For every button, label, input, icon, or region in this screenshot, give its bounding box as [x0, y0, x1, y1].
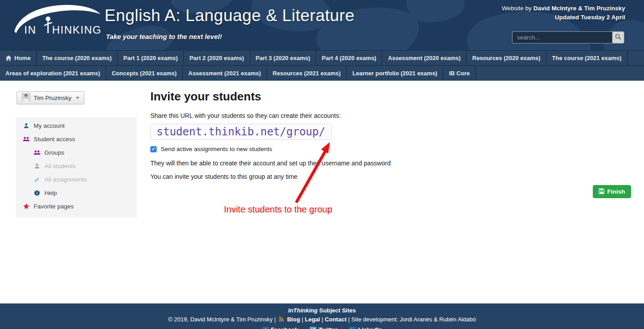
note-invite-anytime: You can invite your students to this gro… [150, 173, 298, 180]
search-bar [512, 31, 624, 43]
blog-link[interactable]: Blog [287, 316, 300, 323]
svg-text:HINKING: HINKING [52, 24, 102, 36]
nav-item-course-2021[interactable]: The course (2021 exams) [547, 51, 628, 65]
user-icon [34, 163, 40, 169]
nav-label: Resources (2021 exams) [272, 70, 341, 77]
save-icon [599, 188, 605, 195]
sidebar-item-my-account[interactable]: My account [16, 119, 137, 132]
nav-item-concepts-2021[interactable]: Concepts (2021 exams) [106, 66, 183, 81]
nav-item-assessment-2020[interactable]: Assessment (2020 exams) [382, 51, 467, 65]
home-icon [5, 55, 12, 61]
separator: | [322, 316, 323, 323]
sidebar-item-favorite-pages[interactable]: Favorite pages [16, 199, 137, 213]
twitter-label: Twitter [319, 325, 337, 329]
nav-item-ib-core[interactable]: IB Core [443, 66, 476, 81]
sidebar-item-all-students[interactable]: All students [16, 159, 137, 173]
footer-brand: InThinking [288, 307, 318, 314]
nav-item-course-2020[interactable]: The course (2020 exams) [37, 51, 118, 65]
linkedin-link[interactable]: in LinkedIn [349, 325, 382, 329]
nav-item-resources-2020[interactable]: Resources (2020 exams) [467, 51, 547, 65]
nav-label: The course (2020 exams) [42, 55, 112, 61]
legal-link[interactable]: Legal [305, 316, 320, 323]
svg-text:IN: IN [24, 24, 36, 36]
nav-item-part4-2020[interactable]: Part 4 (2020 exams) [316, 51, 382, 65]
sidebar-item-student-access[interactable]: Student access [16, 132, 137, 146]
sidebar-item-label: All students [44, 163, 76, 169]
pencil-icon [34, 177, 40, 182]
site-credits: Website by David McIntyre & Tim Pruzinsk… [502, 4, 625, 22]
send-assignments-checkbox[interactable] [150, 146, 157, 152]
finish-label: Finish [607, 188, 625, 195]
nav-item-home[interactable]: Home [0, 51, 37, 65]
linkedin-label: LinkedIn [358, 325, 382, 329]
nav-label: Part 3 (2020 exams) [256, 55, 310, 61]
nav-item-assessment-2021[interactable]: Assessment (2021 exams) [183, 66, 267, 81]
inthinking-logo[interactable]: IN HINKING [13, 4, 102, 39]
footer-brand-line: InThinking Subject Sites [0, 306, 644, 315]
main-nav: Home The course (2020 exams) Part 1 (202… [0, 50, 644, 81]
nav-label: Concepts (2021 exams) [112, 70, 177, 77]
nav-label: IB Core [449, 70, 469, 77]
nav-label: Assessment (2020 exams) [388, 55, 460, 61]
nav-label: Home [14, 55, 31, 61]
search-input[interactable] [512, 31, 612, 43]
nav-item-part3-2020[interactable]: Part 3 (2020 exams) [250, 51, 316, 65]
search-button[interactable] [612, 31, 624, 43]
send-assignments-row: Send active assignments to new students [150, 146, 272, 152]
nav-item-resources-2021[interactable]: Resources (2021 exams) [267, 66, 347, 81]
site-title: English A: Language & Literature [105, 6, 355, 25]
users-icon [23, 136, 30, 142]
twitter-link[interactable]: Twitter [310, 325, 337, 329]
contact-link[interactable]: Contact [325, 316, 346, 323]
footer-links-line: © 2019, David McIntyre & Tim Pruzinsky |… [0, 315, 644, 325]
sidebar-item-groups[interactable]: Groups [16, 146, 137, 159]
nav-item-part2-2020[interactable]: Part 2 (2020 exams) [184, 51, 250, 65]
nav-label: Resources (2020 exams) [472, 55, 540, 61]
sidebar-item-label: Favorite pages [34, 203, 74, 210]
nav-label: Part 1 (2020 exams) [123, 55, 178, 61]
linkedin-icon: in [349, 327, 356, 329]
site-footer: InThinking Subject Sites © 2019, David M… [0, 303, 644, 329]
credit-names: David McIntyre & Tim Pruzinsky [533, 5, 625, 12]
page: IN HINKING English A: Language & Literat… [0, 0, 644, 329]
nav-item-part1-2020[interactable]: Part 1 (2020 exams) [118, 51, 184, 65]
sidebar-item-label: Student access [34, 136, 75, 143]
sidebar-item-label: All assignments [44, 176, 87, 183]
facebook-link[interactable]: f Facebook [262, 325, 298, 329]
note-create-account: They will then be able to create their a… [150, 160, 390, 167]
page-title: Invite your students [150, 90, 261, 104]
nav-label: Part 4 (2020 exams) [322, 55, 376, 61]
avatar [22, 93, 31, 103]
user-dropdown-button[interactable]: Tim Pruzinsky [17, 91, 84, 104]
footer-brand-rest: Subject Sites [318, 307, 356, 314]
share-url-instruction: Share this URL with your students so the… [150, 112, 341, 119]
copyright-text: © 2019, David McIntyre & Tim Pruzinsky | [168, 316, 276, 323]
checkbox-label: Send active assignments to new students [161, 146, 272, 152]
nav-row-1: Home The course (2020 exams) Part 1 (202… [0, 51, 644, 66]
separator: | [348, 316, 350, 323]
facebook-icon: f [262, 327, 269, 329]
nav-row-2: Areas of exploration (2021 exams) Concep… [0, 66, 644, 81]
nav-item-learner-portfolio-2021[interactable]: Learner portfolio (2021 exams) [347, 66, 443, 81]
nav-label: Learner portfolio (2021 exams) [352, 70, 437, 77]
updated-date: Updated Tuesday 2 April [555, 14, 625, 21]
credit-prefix: Website by [502, 5, 532, 12]
nav-label: Part 2 (2020 exams) [189, 55, 244, 61]
sidebar-item-all-assignments[interactable]: All assignments [16, 173, 137, 186]
annotation-arrow [283, 134, 341, 208]
sidebar-item-label: Help [44, 190, 57, 196]
search-icon [615, 34, 622, 42]
nav-label: Assessment (2021 exams) [188, 70, 261, 77]
info-icon [34, 190, 40, 196]
separator: | [302, 316, 303, 323]
users-icon [34, 150, 40, 156]
nav-item-areas-2021[interactable]: Areas of exploration (2021 exams) [0, 66, 106, 81]
sidebar-item-label: My account [34, 122, 65, 129]
nav-label: Areas of exploration (2021 exams) [5, 70, 100, 77]
finish-button[interactable]: Finish [593, 185, 631, 198]
sidebar-item-label: Groups [44, 149, 64, 156]
user-icon [23, 123, 30, 129]
site-header: IN HINKING English A: Language & Literat… [0, 0, 644, 50]
star-icon [23, 203, 30, 210]
sidebar-item-help[interactable]: Help [16, 186, 137, 199]
